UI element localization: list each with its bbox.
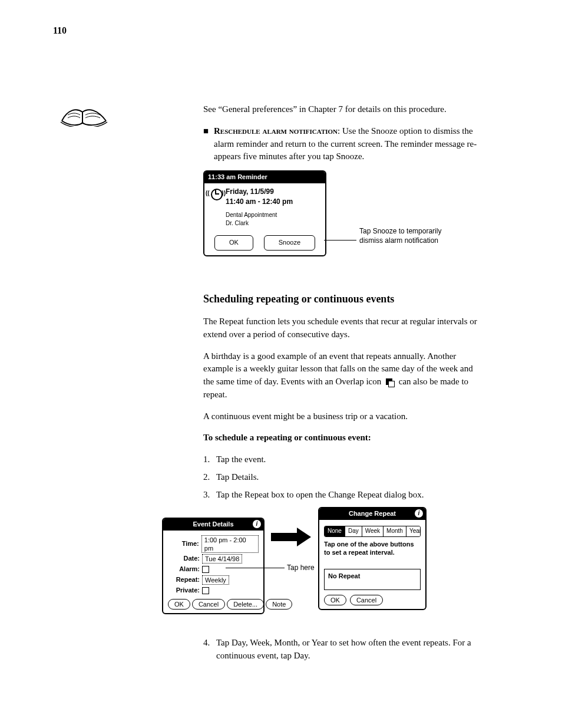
info-icon[interactable]: i	[415, 509, 423, 518]
reminder-titlebar: 11:33 am Reminder	[204, 172, 325, 183]
repeat-instruction: Tap one of the above buttons to set a re…	[324, 541, 421, 565]
tap-here-annotation: Tap here	[287, 564, 315, 573]
info-icon[interactable]: i	[253, 520, 261, 528]
private-checkbox[interactable]	[202, 587, 209, 594]
tab-month[interactable]: Month	[384, 526, 406, 536]
heading-scheduling-repeat: Scheduling repeating or continuous event…	[203, 291, 485, 307]
paragraph-see-prefs: See “General preferences” in Chapter 7 f…	[203, 103, 485, 116]
date-label: Date:	[168, 554, 200, 564]
event-delete-button[interactable]: Delete...	[227, 599, 264, 610]
step-number-1: 1.	[203, 453, 216, 466]
event-note-button[interactable]: Note	[266, 599, 292, 610]
reminder-desc2: Dr. Clark	[226, 219, 293, 228]
tab-week[interactable]: Week	[362, 526, 384, 536]
step-number-3: 3.	[203, 489, 216, 502]
private-label: Private:	[168, 586, 200, 595]
reminder-time: 11:40 am - 12:40 pm	[226, 197, 293, 207]
change-repeat-cancel-button[interactable]: Cancel	[350, 595, 383, 605]
change-repeat-ok-button[interactable]: OK	[324, 595, 346, 605]
reminder-desc1: Dental Appointment	[226, 211, 293, 220]
change-repeat-dialog: Change Repeat i None Day Week Month Year…	[318, 507, 427, 610]
alarm-clock-icon: (())	[209, 187, 222, 200]
snooze-annotation: Tap Snooze to temporarily dismiss alarm …	[359, 227, 462, 245]
repeat-label: Repeat:	[168, 575, 200, 585]
event-details-dialog: Event Details i Time:1:00 pm - 2:00 pm D…	[162, 518, 265, 614]
tab-none[interactable]: None	[325, 526, 345, 536]
step-number-2: 2.	[203, 471, 216, 484]
time-selector[interactable]: 1:00 pm - 2:00 pm	[201, 535, 259, 553]
paragraph-repeat-1: The Repeat function lets you schedule ev…	[203, 315, 485, 341]
tab-year[interactable]: Year	[406, 526, 421, 536]
alarm-label: Alarm:	[168, 565, 200, 574]
event-details-titlebar: Event Details i	[163, 519, 263, 531]
overlap-icon	[386, 378, 394, 387]
alarm-checkbox[interactable]	[202, 566, 209, 573]
annotation-line-repeat	[226, 568, 285, 568]
page-number: 110	[53, 24, 67, 37]
tab-day[interactable]: Day	[345, 526, 362, 536]
change-repeat-titlebar: Change Repeat i	[319, 508, 425, 520]
step-4: Tap Day, Week, Month, or Year to set how…	[216, 637, 485, 663]
event-ok-button[interactable]: OK	[168, 599, 190, 610]
arrow-icon	[271, 528, 312, 546]
repeat-selector[interactable]: Weekly	[202, 575, 229, 585]
repeat-interval-tabs: None Day Week Month Year	[324, 526, 421, 537]
bullet-glyph: ■	[203, 125, 214, 163]
book-icon	[59, 97, 109, 127]
event-cancel-button[interactable]: Cancel	[192, 599, 225, 610]
paragraph-repeat-3: A continuous event might be a business t…	[203, 410, 485, 423]
reminder-dialog: 11:33 am Reminder (()) Friday, 11/5/99 1…	[203, 170, 326, 256]
reminder-date: Friday, 11/5/99	[226, 187, 293, 197]
repeat-status-box: No Repeat	[324, 569, 421, 590]
subheading-to-schedule: To schedule a repeating or continuous ev…	[203, 431, 485, 444]
step-3: Tap the Repeat box to open the Change Re…	[216, 489, 424, 502]
bullet-reschedule-alarm: Reschedule alarm notification: Use the S…	[214, 125, 485, 163]
date-selector[interactable]: Tue 4/14/98	[202, 554, 242, 564]
step-1: Tap the event.	[216, 453, 266, 466]
bullet-label: Reschedule alarm notification	[214, 126, 338, 136]
reminder-snooze-button[interactable]: Snooze	[264, 235, 315, 251]
reminder-ok-button[interactable]: OK	[214, 235, 253, 251]
time-label: Time:	[168, 539, 199, 549]
paragraph-repeat-2: A birthday is a good example of an event…	[203, 350, 485, 401]
annotation-line	[324, 240, 356, 241]
step-number-4: 4.	[203, 637, 216, 663]
step-2: Tap Details.	[216, 471, 259, 484]
